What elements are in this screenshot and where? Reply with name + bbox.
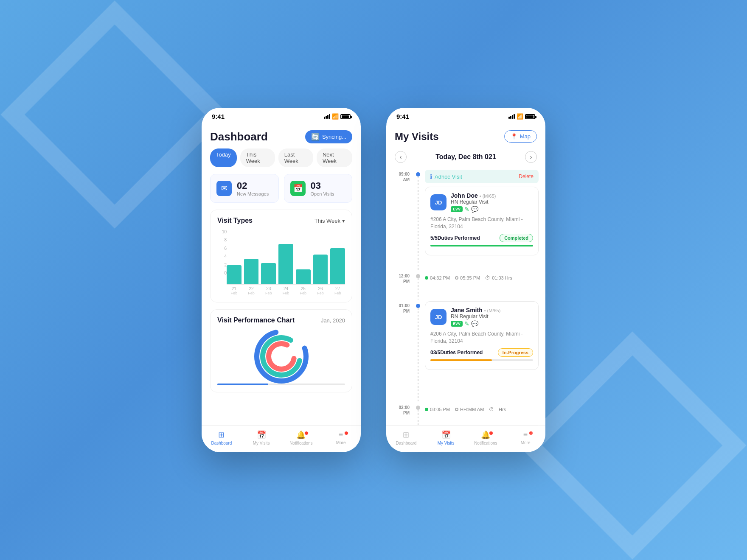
- start-time-2: 03:05 PM: [430, 407, 450, 412]
- evv-badge-2: EVV: [451, 321, 463, 327]
- tab-this-week[interactable]: This Week: [240, 148, 275, 167]
- more-nav-icon: ≡: [339, 430, 343, 439]
- sync-button[interactable]: 🔄 Syncing...: [305, 130, 352, 143]
- bar-25: [296, 269, 311, 284]
- bar-27: [330, 248, 345, 284]
- message-icon-1[interactable]: 💬: [471, 206, 478, 213]
- nav-visits-more-label: More: [521, 440, 531, 445]
- visit-type-2: RN Regular Visit: [451, 314, 533, 319]
- wifi-icon: 📶: [332, 113, 339, 120]
- map-button[interactable]: 📍 Map: [504, 130, 537, 143]
- chart-period-label: This Week: [315, 218, 340, 224]
- donut-chart: [217, 331, 345, 382]
- battery-icon-visits: [525, 114, 535, 119]
- nav-notifications-label: Notifications: [289, 441, 312, 445]
- visits-nav-icon: 📅: [257, 430, 266, 440]
- nav-visits-dashboard[interactable]: ⊞ Dashboard: [386, 430, 426, 445]
- adhoc-label: ℹ Adhoc Visit: [430, 173, 462, 180]
- stats-row: ✉ 02 New Messages 📅 03 Open Visits: [202, 174, 361, 210]
- dashboard-title: Dashboard: [210, 130, 268, 143]
- info-icon: ℹ: [430, 173, 432, 180]
- timeline-0900: [414, 168, 422, 270]
- nav-visits-more[interactable]: ≡ More: [505, 430, 545, 445]
- visits-nav-icon-v: 📅: [441, 430, 451, 440]
- address-1: #206 A City, Palm Beach County, Miami - …: [430, 216, 533, 230]
- visit-content-0900: ℹ Adhoc Visit Delete JD John Doe • (M/65…: [422, 168, 545, 270]
- duties-2: 03/5Duties Performed: [430, 350, 483, 356]
- bar-24: [278, 244, 293, 284]
- tab-last-week[interactable]: Last Week: [278, 148, 313, 167]
- time-0100pm: 01:00 PM: [386, 300, 414, 401]
- edit-icon-1[interactable]: ✎: [464, 206, 469, 213]
- chevron-down-icon: ▾: [342, 218, 345, 224]
- end-time-2: HH:MM AM: [460, 407, 484, 412]
- nav-my-visits[interactable]: 📅 My Visits: [242, 430, 281, 445]
- svg-point-2: [269, 344, 294, 369]
- bar-23: [261, 263, 276, 284]
- patient-meta-1: • (M/65): [480, 193, 496, 199]
- duration-2: - Hrs: [496, 407, 506, 412]
- visit-content-0100pm: JD Jane Smith • (M/65) RN Regular Visit …: [422, 300, 545, 401]
- tab-today[interactable]: Today: [210, 148, 237, 167]
- avatar-jd: JD: [430, 194, 447, 210]
- delete-button[interactable]: Delete: [519, 174, 534, 179]
- nav-visits-myvisits[interactable]: 📅 My Visits: [426, 430, 466, 445]
- nav-visits-dashboard-label: Dashboard: [396, 441, 416, 445]
- bar-22: [244, 259, 259, 284]
- visits-icon: 📅: [290, 181, 306, 196]
- performance-chart: Visit Performance Chart Jan, 2020: [210, 309, 352, 392]
- status-time-visits: 9:41: [396, 113, 409, 120]
- time-0900: 09:00 AM: [386, 168, 414, 270]
- address-2: #206 A City, Palm Beach County, Miami - …: [430, 330, 533, 345]
- status-time-dashboard: 9:41: [212, 113, 225, 120]
- duration-1: 01:03 Hrs: [492, 275, 512, 280]
- status-badge-completed: Completed: [500, 234, 533, 242]
- status-icons-visits: 📶: [508, 113, 535, 120]
- chart-period-button[interactable]: This Week ▾: [315, 218, 345, 224]
- status-badge-inprogress: In-Progress: [498, 348, 533, 357]
- time-1200: 12:00 PM: [386, 270, 414, 300]
- nav-more[interactable]: ≡ More: [321, 430, 361, 445]
- nav-visits-notifications[interactable]: 🔔 Notifications: [466, 430, 506, 445]
- more-badge: [344, 431, 348, 435]
- date-prev-button[interactable]: ‹: [395, 151, 407, 163]
- clock-icon-1: ⏱: [485, 275, 490, 281]
- perf-title: Visit Performance Chart: [217, 316, 295, 324]
- stat-messages: ✉ 02 New Messages: [210, 174, 279, 203]
- bottom-nav-visits: ⊞ Dashboard 📅 My Visits 🔔 Notifications …: [386, 426, 545, 449]
- notifications-badge-v: [489, 431, 493, 435]
- signal-icon-visits: [508, 114, 515, 119]
- visits-title: My Visits: [395, 131, 439, 143]
- time-slot-0200pm: 02:00 PM 03:05 PM HH:MM AM ⏱: [386, 401, 545, 426]
- wifi-icon-visits: 📶: [517, 113, 523, 120]
- notifications-badge: [304, 431, 309, 435]
- date-next-button[interactable]: ›: [525, 151, 537, 163]
- time-slot-0900: 09:00 AM ℹ Adhoc Visit Delete JD: [386, 168, 545, 270]
- dashboard-nav-icon: ⊞: [218, 430, 225, 440]
- message-icon-2[interactable]: 💬: [471, 320, 478, 327]
- map-pin-icon: 📍: [511, 133, 517, 140]
- more-nav-icon-v: ≡: [523, 430, 528, 439]
- visit-type-1: RN Regular Visit: [451, 199, 533, 205]
- stat-visits: 📅 03 Open Visits: [284, 174, 353, 203]
- signal-icon: [324, 114, 330, 119]
- end-time-1: 05:35 PM: [460, 275, 480, 280]
- y-axis: 10 8 6 4 2 0: [217, 230, 227, 285]
- visit-card-john-doe: JD John Doe • (M/65) RN Regular Visit EV…: [425, 187, 539, 255]
- more-badge-v: [529, 431, 533, 435]
- duties-fill-2: [430, 359, 492, 361]
- tab-next-week[interactable]: Next Week: [317, 148, 352, 167]
- nav-visits-notifications-label: Notifications: [474, 441, 497, 445]
- stat-visits-label: Open Visits: [311, 191, 334, 196]
- edit-icon-2[interactable]: ✎: [464, 320, 469, 327]
- nav-notifications[interactable]: 🔔 Notifications: [281, 430, 321, 445]
- visit-types-chart: Visit Types This Week ▾ 10 8 6 4 2 0: [210, 210, 352, 302]
- bar-21: [227, 265, 242, 284]
- messages-icon: ✉: [216, 181, 232, 196]
- sync-icon: 🔄: [311, 133, 320, 141]
- time-detail-row: 04:32 PM 05:35 PM ⏱ 01:03 Hrs: [425, 272, 539, 284]
- perf-header: Visit Performance Chart Jan, 2020: [217, 316, 345, 324]
- chart-title: Visit Types: [217, 217, 253, 224]
- time-slot-0100pm: 01:00 PM JD Jane Smith • (M/65): [386, 300, 545, 401]
- nav-dashboard[interactable]: ⊞ Dashboard: [202, 430, 242, 445]
